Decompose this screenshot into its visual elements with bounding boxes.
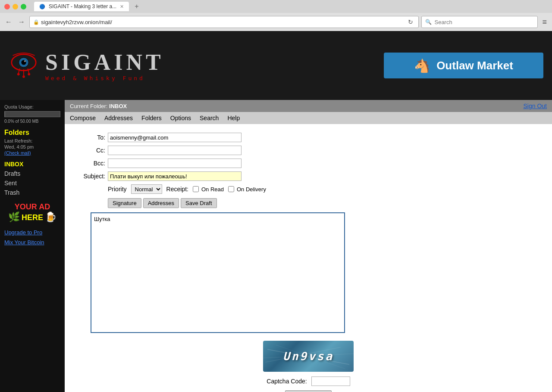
captcha-image: Un9vsa (263, 341, 354, 372)
priority-select[interactable]: Normal High Low (131, 184, 162, 194)
subject-row: Subject: (78, 171, 539, 181)
svg-point-7 (22, 75, 25, 78)
sidebar-item-drafts[interactable]: Drafts (4, 170, 60, 177)
bcc-label: Bcc: (78, 160, 108, 167)
last-refresh-time: Wed, 4:05 pm (4, 144, 60, 149)
ad-beer-icon: 🍺 (45, 212, 56, 222)
folder-bar-text: Current Folder: INBOX (70, 103, 127, 109)
subject-label: Subject: (78, 173, 108, 180)
captcha-input[interactable] (311, 376, 350, 386)
on-delivery-label: On Delivery (237, 186, 266, 193)
search-bar-container: 🔍 (421, 16, 538, 28)
on-delivery-checkbox[interactable] (228, 186, 234, 192)
signature-button[interactable]: Signature (108, 198, 141, 208)
action-buttons-row: Signature Addresses Save Draft (78, 198, 539, 208)
logo-area: SIGAINT Weed & Whisky Fund (9, 48, 164, 83)
send-row: Send Email (78, 390, 539, 392)
captcha-text: Un9vsa (283, 350, 334, 363)
to-input[interactable] (108, 133, 242, 142)
sign-out-link[interactable]: Sign Out (524, 103, 547, 109)
nav-help[interactable]: Help (227, 115, 240, 121)
browser-menu-button[interactable]: ≡ (540, 16, 549, 28)
browser-search-input[interactable] (434, 19, 534, 25)
content-area: Current Folder: INBOX Sign Out Compose A… (65, 100, 552, 392)
outlaw-market-icon: 🐴 (414, 58, 430, 73)
captcha-label-row: Captcha Code: (78, 376, 539, 386)
captcha-section: Un9vsa Captcha Code: Send Email (78, 341, 539, 392)
ad-leaf-icon: 🌿 (8, 212, 20, 222)
folders-title: Folders (4, 129, 60, 137)
reload-button[interactable]: ↻ (406, 18, 415, 26)
page-header: SIGAINT Weed & Whisky Fund 🐴 Outlaw Mark… (0, 31, 552, 100)
on-read-option: On Read (193, 186, 224, 193)
addresses-button[interactable]: Addresses (143, 198, 179, 208)
sidebar: Quota Usage: 0.0% of 50.00 MB Folders La… (0, 100, 65, 392)
priority-label: Priority (108, 186, 127, 193)
ad-here-row: 🌿 HERE 🍺 (4, 212, 60, 223)
cc-label: Cc: (78, 147, 108, 154)
cc-row: Cc: (78, 146, 539, 155)
last-refresh-label: Last Refresh: (4, 138, 60, 143)
browser-tab[interactable]: 🔵 SIGAINT - Making 3 letter a... ✕ (34, 2, 129, 11)
bcc-row: Bcc: (78, 159, 539, 168)
outlaw-market-label: Outlaw Market (436, 59, 513, 72)
back-button[interactable]: ← (3, 16, 14, 28)
site-title: SIGAINT (45, 50, 164, 75)
svg-point-5 (17, 73, 20, 75)
address-bar[interactable] (41, 19, 406, 25)
subject-input[interactable] (108, 171, 242, 181)
mix-bitcoin-link[interactable]: Mix Your Bitcoin (4, 239, 60, 246)
nav-search[interactable]: Search (200, 115, 219, 121)
outlaw-market-button[interactable]: 🐴 Outlaw Market (384, 53, 543, 78)
ad-your: YOUR AD (4, 202, 60, 212)
cc-input[interactable] (108, 146, 242, 155)
logo-text: SIGAINT Weed & Whisky Fund (45, 50, 164, 81)
nav-compose[interactable]: Compose (70, 115, 96, 121)
nav-addresses[interactable]: Addresses (104, 115, 133, 121)
quota-bar (5, 112, 5, 117)
to-row: To: (78, 133, 539, 142)
nav-folders[interactable]: Folders (141, 115, 162, 121)
on-read-checkbox[interactable] (193, 186, 199, 192)
tab-close-button[interactable]: ✕ (120, 4, 124, 9)
body-textarea[interactable]: Шутка (91, 212, 345, 333)
send-email-button[interactable]: Send Email (285, 390, 332, 392)
on-delivery-option: On Delivery (228, 186, 266, 193)
address-bar-container: 🔒 ↻ (29, 16, 419, 28)
to-label: To: (78, 134, 108, 141)
tagline: Weed & Whisky Fund (45, 75, 164, 81)
save-draft-button[interactable]: Save Draft (181, 198, 216, 208)
check-mail-link[interactable]: (Check mail) (4, 150, 60, 156)
receipt-label: Receipt: (166, 186, 188, 193)
captcha-label: Captcha Code: (267, 378, 307, 385)
priority-row: Priority Normal High Low Receipt: On Rea… (78, 184, 539, 194)
browser-toolbar: ← → 🔒 ↻ 🔍 ≡ (0, 13, 552, 31)
compose-body-container: Шутка (91, 212, 530, 334)
sidebar-item-sent[interactable]: Sent (4, 180, 60, 187)
close-button[interactable] (4, 4, 10, 9)
bcc-input[interactable] (108, 159, 242, 168)
compose-area: To: Cc: Bcc: Subject: Priority (65, 124, 552, 392)
new-tab-button[interactable]: + (135, 3, 138, 10)
maximize-button[interactable] (21, 4, 26, 9)
nav-menu: Compose Addresses Folders Options Search… (65, 112, 552, 124)
main-layout: Quota Usage: 0.0% of 50.00 MB Folders La… (0, 100, 552, 392)
window-buttons (4, 4, 26, 9)
upgrade-link[interactable]: Upgrade to Pro (4, 229, 60, 236)
folder-name: INBOX (109, 103, 127, 109)
search-icon: 🔍 (425, 19, 432, 25)
forward-button[interactable]: → (16, 16, 27, 28)
minimize-button[interactable] (13, 4, 18, 9)
browser-chrome: 🔵 SIGAINT - Making 3 letter a... ✕ + ← →… (0, 0, 552, 31)
ad-box: YOUR AD 🌿 HERE 🍺 (4, 202, 60, 223)
on-read-label: On Read (201, 186, 224, 193)
quota-bar-container (4, 111, 60, 117)
current-folder-label: Current Folder: (70, 103, 107, 109)
svg-point-9 (28, 73, 30, 75)
nav-options[interactable]: Options (170, 115, 191, 121)
tab-title: SIGAINT - Making 3 letter a... (49, 3, 116, 9)
sidebar-item-trash[interactable]: Trash (4, 189, 60, 196)
svg-point-3 (24, 60, 26, 62)
sidebar-item-inbox[interactable]: INBOX (4, 161, 60, 168)
quota-value: 0.0% of 50.00 MB (4, 119, 60, 124)
